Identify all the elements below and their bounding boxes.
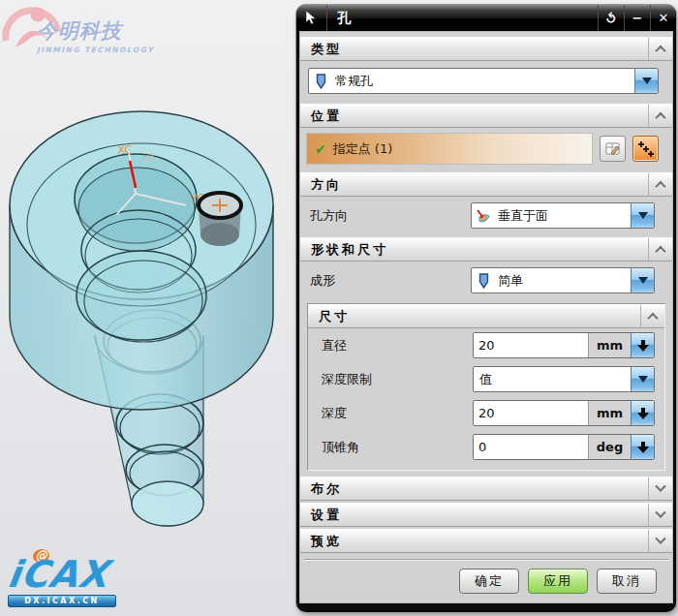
expand-preview[interactable]: [648, 530, 672, 552]
axis-label-xc: XC: [117, 143, 133, 157]
collapse-dimensions[interactable]: [640, 305, 664, 327]
dialog-title: 孔: [327, 5, 598, 31]
simple-hole-icon: [309, 69, 332, 93]
dropdown-arrow-icon[interactable]: [634, 69, 658, 93]
chevron-up-icon: [655, 111, 665, 122]
diameter-unit: mm: [588, 333, 631, 357]
collapse-type[interactable]: [648, 38, 672, 60]
section-header-dimensions[interactable]: 尺寸: [308, 304, 664, 328]
chevron-down-icon: [655, 533, 665, 543]
chevron-up-icon: [655, 245, 665, 256]
tip-angle-input[interactable]: [474, 435, 588, 459]
depth-input[interactable]: [474, 401, 588, 425]
app-window: 今明科技 JINMING TECHNOLOGY: [0, 0, 678, 616]
depth-limit-value: 值: [474, 367, 631, 391]
collapse-position[interactable]: [648, 105, 672, 127]
check-icon: ✔: [315, 141, 326, 157]
dropdown-arrow-icon[interactable]: [631, 203, 654, 228]
dropdown-arrow-icon[interactable]: [631, 367, 654, 391]
collapse-direction[interactable]: [648, 173, 672, 196]
chevron-up-icon: [655, 180, 665, 191]
depth-label: 深度: [322, 405, 473, 422]
chevron-up-icon: [655, 45, 665, 55]
depth-field: mm: [473, 400, 655, 426]
form-value: 简单: [495, 268, 631, 293]
icax-url: DX.ICAX.CN: [8, 595, 116, 607]
tip-angle-formula-button[interactable]: [631, 435, 654, 459]
chevron-up-icon: [647, 312, 658, 323]
simple-hole-icon: [472, 268, 495, 293]
sketch-icon: [605, 141, 621, 157]
apply-button[interactable]: 应用: [528, 569, 588, 594]
dialog-footer: 确定 应用 取消: [300, 561, 672, 594]
icax-wordmark: iCAX: [5, 556, 124, 593]
down-arrow-icon: [637, 408, 649, 419]
tip-angle-unit: deg: [588, 435, 631, 459]
expand-boolean[interactable]: [648, 477, 672, 500]
diameter-input[interactable]: [474, 333, 588, 357]
form-label: 成形: [310, 272, 471, 290]
hole-dialog: 孔 ↺ − ✕ 类型 常规孔 位置: [296, 5, 676, 612]
dialog-titlebar[interactable]: 孔 ↺ − ✕: [296, 5, 676, 31]
chevron-down-icon: [655, 507, 665, 517]
reset-button[interactable]: ↺: [598, 5, 624, 31]
depth-limit-label: 深度限制: [322, 371, 473, 388]
section-header-preview[interactable]: 预览: [300, 529, 672, 553]
model-canvas[interactable]: XC ZC YC: [0, 0, 296, 616]
tip-angle-label: 顶锥角: [322, 439, 473, 456]
sketch-section-button[interactable]: [600, 136, 626, 162]
axis-label-zc: ZC: [143, 151, 159, 164]
cancel-button[interactable]: 取消: [597, 569, 657, 594]
down-arrow-icon: [637, 442, 649, 453]
cursor-icon: [296, 5, 327, 31]
dropdown-arrow-icon[interactable]: [631, 268, 654, 293]
down-arrow-icon: [637, 340, 649, 352]
hole-direction-value: 垂直于面: [495, 203, 631, 228]
point-dialog-button[interactable]: [632, 136, 659, 162]
tip-angle-field: deg: [473, 434, 655, 460]
ok-button[interactable]: 确定: [459, 569, 519, 594]
hole-preview[interactable]: [199, 193, 241, 246]
hole-type-value: 常规孔: [332, 69, 634, 93]
diameter-label: 直径: [322, 337, 473, 354]
section-header-shape[interactable]: 形状和尺寸: [300, 237, 672, 262]
normal-to-face-icon: [472, 203, 495, 228]
specify-point-row[interactable]: ✔ 指定点 (1): [306, 133, 593, 165]
icax-badge: @ iCAX DX.ICAX.CN: [8, 556, 122, 607]
specify-point-label: 指定点 (1): [333, 140, 393, 158]
hole-direction-dropdown[interactable]: 垂直于面: [471, 202, 655, 229]
hole-direction-label: 孔方向: [310, 207, 471, 225]
minimize-button[interactable]: −: [624, 5, 650, 31]
depth-limit-dropdown[interactable]: 值: [473, 366, 655, 392]
diameter-formula-button[interactable]: [631, 333, 654, 357]
points-icon: [637, 140, 655, 158]
collapse-shape[interactable]: [648, 238, 672, 261]
chevron-down-icon: [655, 480, 665, 491]
section-header-direction[interactable]: 方向: [300, 172, 672, 197]
form-dropdown[interactable]: 简单: [471, 267, 655, 293]
section-header-type[interactable]: 类型: [300, 37, 672, 61]
diameter-field: mm: [473, 332, 655, 358]
section-header-boolean[interactable]: 布尔: [300, 477, 672, 501]
depth-formula-button[interactable]: [631, 401, 654, 425]
close-button[interactable]: ✕: [650, 5, 676, 31]
expand-settings[interactable]: [648, 504, 672, 526]
section-header-settings[interactable]: 设置: [300, 503, 672, 527]
section-header-position[interactable]: 位置: [300, 104, 672, 128]
hole-type-dropdown[interactable]: 常规孔: [308, 68, 659, 94]
depth-unit: mm: [588, 401, 631, 425]
dialog-body: 类型 常规孔 位置 ✔ 指定点 (1): [299, 31, 673, 603]
dimensions-group: 尺寸 直径 mm 深度限制 值: [307, 303, 665, 471]
